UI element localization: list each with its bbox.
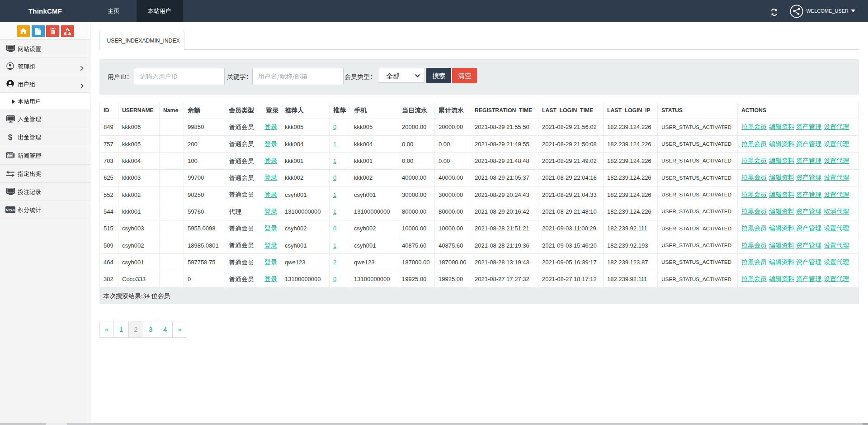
svg-text:$: $: [8, 133, 13, 141]
svg-text:VISA: VISA: [6, 208, 15, 212]
